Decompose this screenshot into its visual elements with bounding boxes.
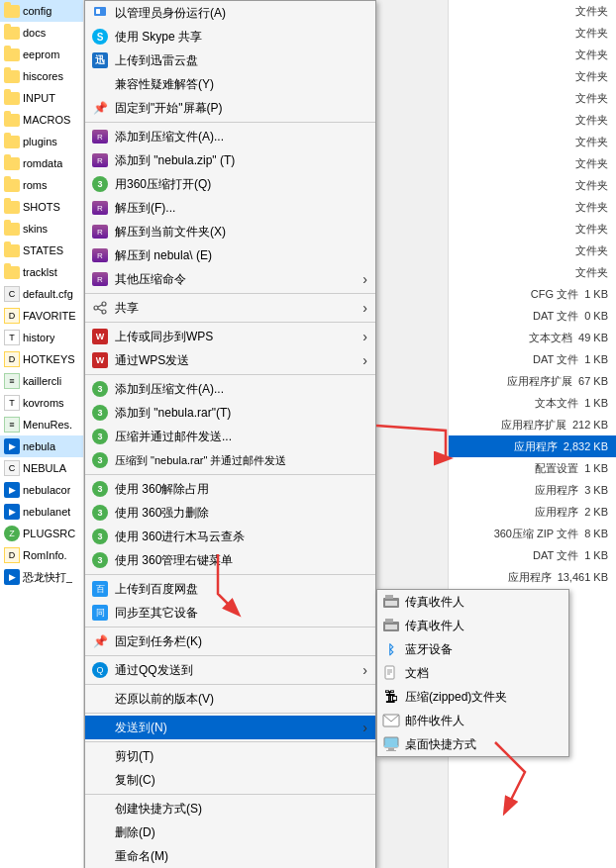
dat-icon3: D — [4, 547, 20, 563]
file-item-nebulanet[interactable]: ▶ nebulanet — [0, 501, 83, 523]
file-label: history — [23, 332, 54, 343]
pin-icon: 📌 — [91, 99, 109, 117]
menu-item-rename[interactable]: 重命名(M) — [85, 844, 375, 868]
file-item-plugsrc[interactable]: Z PLUGSRC — [0, 523, 83, 544]
menu-item-360-delete[interactable]: 3 使用 360强力删除 — [85, 501, 375, 525]
folder-icon — [4, 114, 20, 127]
menu-item-pin[interactable]: 📌 固定到"开始"屏幕(P) — [85, 96, 375, 120]
detail-nebula: 应用程序 2,832 KB — [449, 435, 616, 457]
360-manage-icon: 3 — [91, 551, 109, 569]
menu-item-xunlei[interactable]: 迅 上传到迅雷云盘 — [85, 48, 375, 72]
file-item-nebulacaps[interactable]: C NEBULA — [0, 457, 83, 479]
menu-item-extract[interactable]: R 解压到(F)... — [85, 196, 375, 220]
menu-item-cut[interactable]: 剪切(T) — [85, 744, 375, 768]
detail-cfg: CFG 文件 1 KB — [449, 283, 616, 305]
menu-label-360-add: 添加到压缩文件(A)... — [115, 381, 224, 398]
file-item-nebula[interactable]: ▶ nebula — [0, 435, 83, 457]
menu-item-baidu-upload[interactable]: 百 上传到百度网盘 — [85, 577, 375, 601]
file-item-romdata[interactable]: romdata — [0, 152, 83, 174]
menu-item-360-scan[interactable]: 3 使用 360进行木马云查杀 — [85, 525, 375, 548]
menu-item-compat[interactable]: 兼容性疑难解答(Y) — [85, 72, 375, 96]
file-item-config[interactable]: config — [0, 0, 83, 22]
zip-icon: Z — [4, 526, 20, 541]
file-item-tracklst[interactable]: tracklst — [0, 261, 83, 283]
detail-konglongkuaida: 应用程序 13,461 KB — [449, 566, 616, 588]
sendto-zip[interactable]: 🗜 压缩(zipped)文件夹 — [377, 685, 568, 709]
menu-item-pin-taskbar[interactable]: 📌 固定到任务栏(K) — [85, 629, 375, 653]
menu-item-sync-other[interactable]: 同 同步至其它设备 — [85, 601, 375, 625]
menu-item-wps-sync[interactable]: W 上传或同步到WPS — [85, 325, 375, 348]
detail-plugsrc: 360压缩 ZIP 文件 8 KB — [449, 523, 616, 544]
menu-item-360-unlock[interactable]: 3 使用 360解除占用 — [85, 477, 375, 501]
file-item-states[interactable]: STATES — [0, 240, 83, 261]
desktop-shortcut-icon — [381, 735, 401, 753]
winrar-icon2: R — [91, 151, 109, 169]
menu-item-delete[interactable]: 删除(D) — [85, 820, 375, 844]
file-item-history[interactable]: T history — [0, 327, 83, 348]
menu-item-extract-nebula[interactable]: R 解压到 nebula\ (E) — [85, 243, 375, 267]
file-label: nebula — [23, 440, 55, 452]
detail-kailleradi: 应用程序扩展 67 KB — [449, 370, 616, 392]
file-label: romdata — [23, 157, 62, 169]
file-label: PLUGSRC — [23, 528, 75, 539]
file-item-hotkeys[interactable]: D HOTKEYS — [0, 348, 83, 370]
menu-item-extract-here[interactable]: R 解压到当前文件夹(X) — [85, 220, 375, 243]
menu-item-copy[interactable]: 复制(C) — [85, 768, 375, 792]
file-label: MenuRes. — [23, 419, 72, 431]
menu-label-baidu-upload: 上传到百度网盘 — [115, 581, 198, 598]
menu-item-more-compress[interactable]: R 其他压缩命令 — [85, 267, 375, 291]
file-item-shots[interactable]: SHOTS — [0, 196, 83, 218]
file-item-macros[interactable]: MACROS — [0, 109, 83, 131]
sendto-doc[interactable]: 文档 — [377, 661, 568, 685]
sendto-fax2[interactable]: 传真收件人 — [377, 614, 568, 637]
menu-item-360-rar-email[interactable]: 3 压缩到 "nebula.rar" 并通过邮件发送 — [85, 448, 375, 472]
file-item-roms[interactable]: roms — [0, 174, 83, 196]
file-item-hiscores[interactable]: hiscores — [0, 65, 83, 87]
file-item-plugins[interactable]: plugins — [0, 131, 83, 152]
menu-item-restore[interactable]: 还原以前的版本(V) — [85, 687, 375, 711]
fax-icon2 — [381, 617, 401, 634]
menu-item-create-shortcut[interactable]: 创建快捷方式(S) — [85, 797, 375, 820]
menu-item-360-nebula[interactable]: 3 添加到 "nebula.rar"(T) — [85, 401, 375, 425]
svg-line-5 — [98, 305, 102, 307]
file-item-rominfo[interactable]: D RomInfo. — [0, 544, 83, 566]
file-item-eeprom[interactable]: eeprom — [0, 44, 83, 65]
menu-label-pin-taskbar: 固定到任务栏(K) — [115, 633, 202, 650]
txt-icon2: T — [4, 395, 20, 411]
sendto-mail[interactable]: 邮件收件人 — [377, 709, 568, 732]
sendto-fax1[interactable]: 传真收件人 — [377, 590, 568, 614]
detail-nebulacfg: 配置设置 1 KB — [449, 457, 616, 479]
menu-item-360-open[interactable]: 3 用360压缩打开(Q) — [85, 172, 375, 196]
folder-icon — [4, 244, 20, 257]
menu-item-360-manage[interactable]: 3 使用 360管理右键菜单 — [85, 548, 375, 572]
file-item-kailleradi[interactable]: ≡ kaillercli — [0, 370, 83, 392]
menu-item-360-add[interactable]: 3 添加到压缩文件(A)... — [85, 377, 375, 401]
menu-item-admin[interactable]: 以管理员身份运行(A) — [85, 1, 375, 25]
menu-item-skype[interactable]: S 使用 Skype 共享 — [85, 25, 375, 48]
file-item-input[interactable]: INPUT — [0, 87, 83, 109]
menu-item-sendto[interactable]: 发送到(N) — [85, 716, 375, 739]
file-item-konglongkuaida[interactable]: ▶ 恐龙快打_ — [0, 566, 83, 588]
detail-roms: 文件夹 — [449, 174, 616, 196]
file-item-kovroms[interactable]: T kovroms — [0, 392, 83, 414]
menu-item-wps-send[interactable]: W 通过WPS发送 — [85, 348, 375, 372]
menu-item-winrar-add[interactable]: R 添加到压缩文件(A)... — [85, 125, 375, 148]
file-label: plugins — [23, 136, 57, 147]
file-item-nebulacor[interactable]: ▶ nebulacor — [0, 479, 83, 501]
separator-5 — [85, 474, 375, 475]
sendto-bluetooth[interactable]: ᛒ 蓝牙设备 — [377, 637, 568, 661]
file-item-docs[interactable]: docs — [0, 22, 83, 44]
360-nebula-icon: 3 — [91, 404, 109, 422]
file-item-favorite[interactable]: D FAVORITE — [0, 305, 83, 327]
menu-label-360-nebula: 添加到 "nebula.rar"(T) — [115, 405, 231, 422]
svg-rect-20 — [386, 750, 396, 751]
menu-item-qq-send[interactable]: Q 通过QQ发送到 — [85, 658, 375, 682]
sendto-desktop[interactable]: 桌面快捷方式 — [377, 732, 568, 756]
file-item-skins[interactable]: skins — [0, 218, 83, 240]
menu-item-share[interactable]: 共享 — [85, 296, 375, 320]
menu-item-winrar-zip[interactable]: R 添加到 "nebula.zip" (T) — [85, 148, 375, 172]
file-item-defaultcfg[interactable]: C default.cfg — [0, 283, 83, 305]
menu-item-360-email[interactable]: 3 压缩并通过邮件发送... — [85, 425, 375, 448]
menu-label-winrar-zip: 添加到 "nebula.zip" (T) — [115, 152, 235, 169]
file-item-menures[interactable]: ≡ MenuRes. — [0, 414, 83, 435]
